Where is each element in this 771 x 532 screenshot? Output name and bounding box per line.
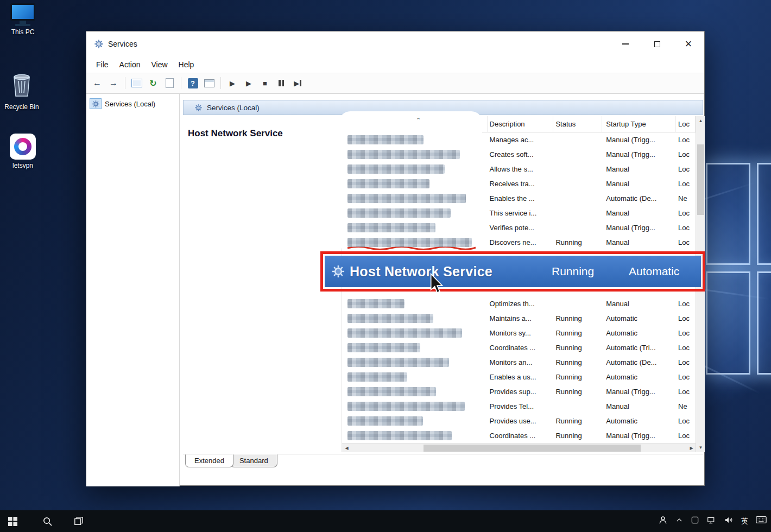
pause-service-icon — [279, 80, 284, 86]
menu-action[interactable]: Action — [114, 58, 146, 71]
tab-extended[interactable]: Extended — [185, 454, 233, 467]
selected-service-status: Running — [552, 265, 594, 278]
service-log-on-as: Loc — [676, 136, 696, 144]
tree-item-services-local[interactable]: Services (Local) — [90, 98, 179, 109]
task-view-button[interactable] — [66, 510, 91, 532]
touch-keyboard-button[interactable] — [756, 516, 767, 527]
ime-language-button[interactable]: 英 — [741, 516, 748, 526]
service-row[interactable]: Coordinates ...RunningAutomatic (Tri...L… — [342, 340, 696, 355]
volume-button[interactable] — [724, 515, 734, 527]
network-button[interactable] — [707, 516, 716, 527]
column-header-description[interactable]: Description — [488, 116, 554, 132]
rows-above-selection: Manages ac...Manual (Trigg...LocCreates … — [342, 132, 696, 250]
service-name-censored — [342, 431, 488, 440]
service-description: Discovers ne... — [488, 238, 554, 246]
show-tree-button[interactable] — [129, 75, 144, 91]
search-button[interactable] — [35, 510, 60, 532]
service-log-on-as: Loc — [676, 417, 696, 425]
service-row-selected[interactable]: Host Network Service Running Automatic — [325, 256, 701, 287]
people-icon — [658, 515, 668, 525]
forward-button[interactable]: → — [106, 75, 121, 91]
forward-icon: → — [109, 78, 118, 88]
horizontal-scrollbar[interactable]: ◀ ▶ — [342, 443, 696, 452]
maximize-button[interactable] — [641, 31, 673, 56]
service-row[interactable]: Receives tra...ManualLoc — [342, 176, 696, 191]
service-description: Allows the s... — [488, 165, 554, 173]
recycle-bin-icon — [1, 69, 42, 101]
desktop-icon-letsvpn[interactable]: letsvpn — [2, 134, 43, 169]
service-row[interactable]: Discovers ne...RunningManualLoc — [342, 235, 696, 250]
service-name-censored — [342, 314, 488, 323]
menu-help[interactable]: Help — [173, 58, 200, 71]
vertical-scrollbar-thumb[interactable] — [697, 144, 704, 215]
help-button[interactable]: ? — [185, 75, 200, 91]
tray-expand-button[interactable] — [675, 516, 683, 526]
services-gear-icon — [90, 98, 102, 109]
windows-logo-pane — [706, 163, 750, 265]
column-header-status[interactable]: Status — [553, 116, 602, 132]
start-service-button[interactable]: ▶ — [225, 75, 240, 91]
scroll-left-icon[interactable]: ◀ — [342, 444, 351, 453]
service-row[interactable]: Coordinates ...RunningManual (Trigg...Lo… — [342, 428, 696, 443]
service-row[interactable]: Provides sup...RunningManual (Trigg...Lo… — [342, 384, 696, 399]
service-row[interactable]: Manages ac...Manual (Trigg...Loc — [342, 132, 696, 147]
desktop-icon-this-pc[interactable]: This PC — [2, 3, 43, 36]
service-name-censored — [342, 358, 488, 367]
restart-service-button[interactable]: ▶ — [290, 75, 305, 91]
service-startup-type: Manual (Trigg... — [602, 136, 676, 144]
scroll-down-icon[interactable]: ▼ — [696, 443, 705, 452]
service-log-on-as: Loc — [676, 344, 696, 352]
windows-logo-pane — [706, 271, 750, 375]
people-button[interactable] — [658, 515, 668, 527]
network-icon — [707, 516, 716, 525]
tree-item-label: Services (Local) — [105, 100, 155, 108]
horizontal-scrollbar-thumb[interactable] — [424, 445, 641, 452]
properties-button[interactable] — [201, 75, 217, 91]
minimize-button[interactable] — [610, 31, 641, 56]
service-description: Coordinates ... — [488, 344, 554, 352]
service-row[interactable]: Monitors an...RunningAutomatic (De...Loc — [342, 355, 696, 370]
scroll-up-icon[interactable]: ▲ — [696, 116, 705, 125]
start-button[interactable] — [0, 510, 25, 532]
pause-service-button[interactable] — [274, 75, 289, 91]
service-row[interactable]: Enables a us...RunningAutomaticLoc — [342, 370, 696, 384]
tab-standard[interactable]: Standard — [230, 454, 277, 467]
refresh-button[interactable]: ↻ — [146, 75, 161, 91]
service-row[interactable]: This service i...ManualLoc — [342, 206, 696, 220]
service-row[interactable]: Provides Tel...ManualNe — [342, 399, 696, 414]
back-button[interactable]: ← — [90, 75, 105, 91]
menu-view[interactable]: View — [146, 58, 173, 71]
service-name-censored — [342, 150, 488, 159]
desktop: This PC Recycle Bin letsvpn Services — [0, 0, 771, 532]
column-header-startup-type[interactable]: Startup Type — [602, 116, 676, 132]
service-name-censored — [342, 208, 488, 218]
windows-logo-pane — [757, 271, 771, 375]
service-row[interactable]: Allows the s...ManualLoc — [342, 162, 696, 176]
title-bar[interactable]: Services × — [86, 31, 704, 56]
resume-service-icon: ▶ — [246, 79, 251, 87]
export-list-button[interactable] — [162, 75, 177, 91]
close-button[interactable]: × — [673, 31, 704, 56]
service-status: Running — [553, 344, 602, 352]
service-status: Running — [553, 329, 602, 337]
service-row[interactable]: Verifies pote...Manual (Trigg...Loc — [342, 220, 696, 235]
stop-service-button[interactable]: ■ — [257, 75, 273, 91]
service-log-on-as: Loc — [676, 150, 696, 159]
menu-file[interactable]: File — [91, 58, 114, 71]
scroll-right-icon[interactable]: ▶ — [687, 444, 696, 453]
stop-service-icon: ■ — [263, 79, 267, 87]
service-description: Optimizes th... — [488, 300, 554, 308]
service-row[interactable]: Enables the ...Automatic (De...Ne — [342, 191, 696, 206]
service-row[interactable]: Monitors sy...RunningAutomaticLoc — [342, 326, 696, 340]
resume-service-button[interactable]: ▶ — [241, 75, 256, 91]
service-row[interactable]: Maintains a...RunningAutomaticLoc — [342, 311, 696, 326]
desktop-icon-recycle-bin[interactable]: Recycle Bin — [1, 69, 42, 111]
column-header-log-on-as[interactable]: Loc — [676, 116, 696, 132]
service-log-on-as: Ne — [676, 402, 696, 410]
service-row[interactable]: Optimizes th...ManualLoc — [342, 296, 696, 311]
tray-app-button[interactable] — [691, 516, 699, 527]
service-log-on-as: Loc — [676, 300, 696, 308]
service-description: This service i... — [488, 209, 554, 217]
service-row[interactable]: Provides use...RunningAutomaticLoc — [342, 414, 696, 428]
service-row[interactable]: Creates soft...Manual (Trigg...Loc — [342, 147, 696, 162]
